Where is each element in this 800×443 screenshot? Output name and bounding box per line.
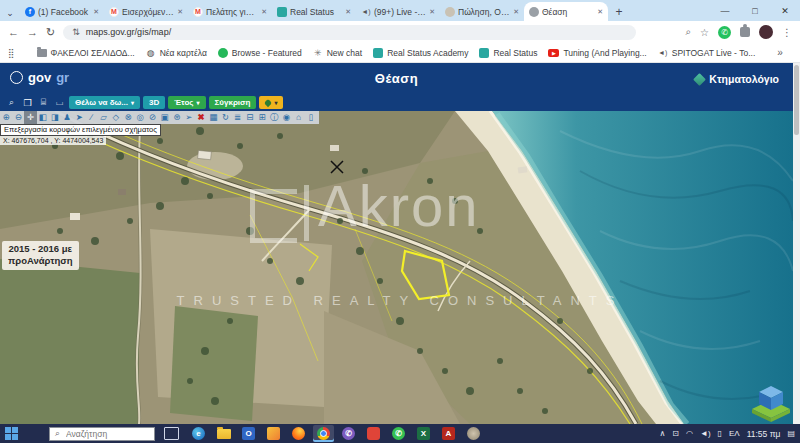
maptool-basemap[interactable]: ▣ — [158, 111, 170, 124]
task-view-button[interactable] — [164, 427, 179, 440]
toolbar-search-icon[interactable]: ⌕ — [5, 97, 18, 108]
tab-gmail-client[interactable]: M Πελάτης για α... ✕ — [188, 2, 272, 21]
maptool-street-view[interactable]: ♟ — [61, 111, 73, 124]
maptool-previous-extent[interactable]: ◧ — [37, 111, 49, 124]
compare-button[interactable]: Σύγκριση — [209, 96, 257, 109]
taskbar-app-whatsapp[interactable]: ✆ — [388, 425, 409, 442]
bookmark-real-status-academy[interactable]: Real Status Academy — [373, 48, 468, 58]
close-window-button[interactable]: ✕ — [770, 0, 800, 21]
maptool-next-extent[interactable]: ◨ — [49, 111, 61, 124]
bookmark-youtube-tuning[interactable]: ▶ Tuning (And Playing... — [548, 48, 646, 58]
taskbar-app-edge[interactable]: e — [188, 425, 209, 442]
taskbar-app-acrobat[interactable]: A — [438, 425, 459, 442]
tab-gmail-inbox[interactable]: M Εισερχόμενα (4... ✕ — [104, 2, 188, 21]
close-icon[interactable]: ✕ — [93, 8, 99, 16]
back-icon[interactable]: ← — [8, 26, 19, 38]
tab-search-chevron-icon[interactable]: ⌄ — [0, 8, 20, 21]
notification-center-icon[interactable]: ▤ — [787, 429, 795, 438]
close-icon[interactable]: ✕ — [513, 8, 519, 16]
maptool-info[interactable]: ⓘ — [268, 111, 280, 124]
taskbar-app-viber[interactable]: ✆ — [338, 425, 359, 442]
maptool-grid[interactable]: ⊞ — [256, 111, 268, 124]
maptool-draw-polygon[interactable]: ◇ — [110, 111, 122, 124]
taskbar-app-firefox[interactable] — [288, 425, 309, 442]
maptool-info-results[interactable]: ◉ — [280, 111, 292, 124]
want-to-see-button[interactable]: Θέλω να δω...▾ — [69, 96, 140, 109]
tab-real-status[interactable]: Real Status ✕ — [272, 2, 356, 21]
profile-avatar[interactable] — [759, 25, 773, 39]
start-button[interactable] — [5, 427, 19, 441]
reload-icon[interactable]: ↻ — [46, 26, 55, 39]
close-icon[interactable]: ✕ — [261, 8, 267, 16]
close-icon[interactable]: ✕ — [177, 8, 183, 16]
bookmark-star-icon[interactable]: ☆ — [700, 27, 709, 38]
taskbar-app-maps[interactable] — [363, 425, 384, 442]
bookmark-new-chat[interactable]: ✳ New chat — [313, 48, 362, 58]
search-input[interactable] — [64, 428, 149, 440]
toolbar-print-icon[interactable]: ⌸ — [37, 97, 50, 108]
maptool-erase-sketch[interactable]: ⊗ — [122, 111, 134, 124]
maptool-home-extent[interactable]: ⌂ — [293, 111, 305, 124]
taskbar-app-chrome-active[interactable] — [313, 425, 334, 442]
toolbar-save-icon[interactable]: ⌴ — [53, 97, 66, 108]
ktimatologio-link[interactable]: Κτηματολόγιο — [695, 73, 779, 85]
tab-facebook[interactable]: f (1) Facebook ✕ — [20, 2, 104, 21]
taskbar-app-excel[interactable]: X — [413, 425, 434, 442]
maptool-print[interactable]: ⊟ — [244, 111, 256, 124]
maptool-clear-tool[interactable]: ⊘ — [146, 111, 158, 124]
tray-wifi-icon[interactable]: ◠ — [686, 429, 693, 438]
maptool-measure-area[interactable]: ▱ — [98, 111, 110, 124]
maptool-zoom-out[interactable]: ⊖ — [12, 111, 24, 124]
apps-grid-icon[interactable]: ⣿ — [8, 48, 15, 58]
clock[interactable]: 11:55 πμ — [747, 429, 781, 439]
new-tab-button[interactable]: + — [608, 5, 630, 21]
tab-live-audio[interactable]: ◄) (99+) Live - Το... ✕ — [356, 2, 440, 21]
taskbar-app-file-explorer[interactable] — [213, 425, 234, 442]
url-field[interactable]: ⇅ maps.gov.gr/gis/map/ — [63, 25, 636, 40]
maptool-measure-distance[interactable]: ∕ — [85, 111, 97, 124]
taskbar-search[interactable]: ⌕ — [49, 427, 155, 441]
maptool-pan[interactable]: ✛ — [24, 111, 36, 124]
close-icon[interactable]: ✕ — [345, 8, 351, 16]
bookmarks-overflow-icon[interactable]: » — [777, 47, 783, 58]
location-pin-button[interactable]: ▾ — [259, 96, 283, 109]
page-scrollbar[interactable] — [793, 63, 800, 424]
maptool-help-pointer[interactable]: ➢ — [183, 111, 195, 124]
forward-icon[interactable]: → — [27, 26, 38, 38]
tray-chevron-icon[interactable]: ∧ — [659, 429, 665, 438]
taskbar-app-photos[interactable] — [263, 425, 284, 442]
taskbar-app-office[interactable]: O — [238, 425, 259, 442]
tray-speaker-icon[interactable]: ◄) — [700, 429, 711, 438]
site-settings-icon[interactable]: ⇅ — [72, 27, 80, 37]
maptool-documents[interactable]: ▯ — [305, 111, 317, 124]
menu-dots-icon[interactable]: ⋮ — [782, 27, 792, 38]
maptool-select-features[interactable]: ➤ — [73, 111, 85, 124]
tray-battery-icon[interactable]: ▯ — [718, 429, 722, 438]
maximize-button[interactable]: □ — [740, 0, 770, 21]
close-icon[interactable]: ✕ — [597, 8, 603, 16]
minimize-button[interactable]: — — [710, 0, 740, 21]
taskbar-app-paint[interactable] — [463, 425, 484, 442]
tab-listing[interactable]: Πώληση, Οικόπ... ✕ — [440, 2, 524, 21]
maptool-center-target[interactable]: ◎ — [134, 111, 146, 124]
maptool-legend[interactable]: ≣ — [232, 111, 244, 124]
tab-theasi-active[interactable]: Θέαση ✕ — [524, 2, 608, 21]
language-indicator[interactable]: ΕΛ — [729, 429, 740, 438]
maptool-zoom-in[interactable]: ⊕ — [0, 111, 12, 124]
3d-button[interactable]: 3D — [143, 96, 165, 109]
bookmark-folder[interactable]: ΦΑΚΕΛΟΙ ΣΕΛΙΔΟΔ... — [37, 48, 135, 58]
maptool-layers-globe[interactable]: ⊛ — [171, 111, 183, 124]
map-canvas[interactable] — [0, 111, 793, 424]
bookmark-real-status[interactable]: Real Status — [479, 48, 537, 58]
scrollbar-thumb[interactable] — [794, 65, 799, 135]
year-button[interactable]: Έτος▾ — [168, 96, 205, 109]
tray-device-icon[interactable]: ⊡ — [672, 429, 679, 438]
bookmark-new-tab[interactable]: ◍ Νέα καρτέλα — [146, 48, 207, 58]
search-icon[interactable]: ⌕ — [685, 26, 691, 38]
bookmark-browse-featured[interactable]: Browse - Featured — [218, 48, 302, 58]
bookmark-spitogat-live[interactable]: ◄) SPITOGAT Live - Το... — [658, 48, 756, 58]
whatsapp-extension-icon[interactable]: ✆ — [718, 26, 731, 39]
toolbar-export-icon[interactable]: ❒ — [21, 98, 34, 108]
maptool-delete-selection[interactable]: ✖ — [195, 111, 207, 124]
close-icon[interactable]: ✕ — [429, 8, 435, 16]
